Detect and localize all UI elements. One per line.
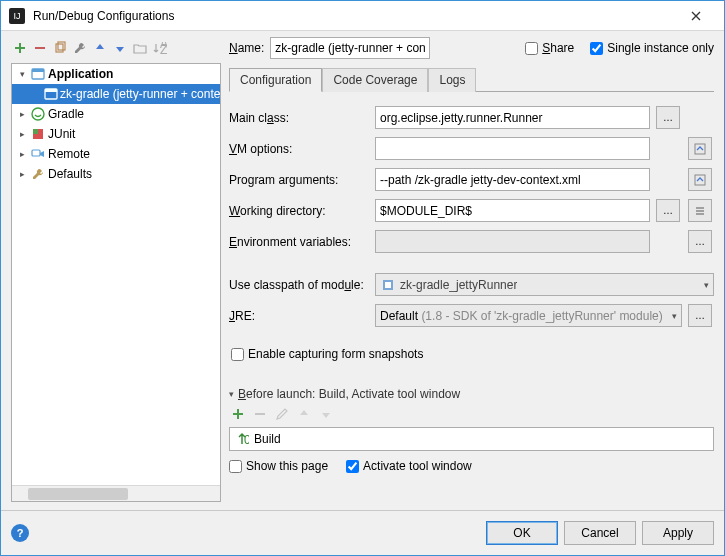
env-vars-input[interactable] [375,230,650,253]
name-row: Name: Share Single instance only [229,37,714,59]
share-checkbox-group[interactable]: Share [525,41,574,55]
move-down-button[interactable] [111,39,129,57]
tree-node-label: zk-gradle (jetty-runner + context) [60,87,220,101]
copy-icon [53,41,67,55]
add-config-button[interactable] [11,39,29,57]
dialog-footer: ? OK Cancel Apply [1,510,724,555]
tree-node-gradle[interactable]: ▸ Gradle [12,104,220,124]
expand-icon[interactable]: ▸ [16,169,28,179]
svg-rect-11 [32,150,40,156]
name-input[interactable] [270,37,430,59]
before-launch-header-label: Before launch: Build, Activate tool wind… [238,387,460,401]
single-instance-checkbox[interactable] [590,42,603,55]
sort-button[interactable]: AZ [151,39,169,57]
tab-configuration[interactable]: Configuration [229,68,322,92]
classpath-label: Use classpath of module: [229,278,369,292]
defaults-icon [30,166,46,182]
vm-options-input[interactable] [375,137,650,160]
tree-node-application[interactable]: ▾ Application [12,64,220,84]
enable-snapshots-group[interactable]: Enable capturing form snapshots [231,347,714,361]
apply-button[interactable]: Apply [642,521,714,545]
single-instance-checkbox-group[interactable]: Single instance only [590,41,714,55]
expand-icon[interactable]: ▸ [16,149,28,159]
bl-remove-button[interactable] [251,405,269,423]
classpath-select[interactable]: zk-gradle_jettyRunner ▾ [375,273,714,296]
svg-rect-10 [33,129,38,134]
junit-icon [30,126,46,142]
share-checkbox[interactable] [525,42,538,55]
activate-tool-window-group[interactable]: Activate tool window [346,459,472,473]
before-launch-list[interactable]: 01 Build [229,427,714,451]
plus-icon [13,41,27,55]
bl-down-button[interactable] [317,405,335,423]
config-form: Main class: … VM options: Program argume… [229,106,714,253]
edit-env-vars-button[interactable]: … [688,230,712,253]
bl-up-button[interactable] [295,405,313,423]
show-this-page-checkbox[interactable] [229,460,242,473]
titlebar: IJ Run/Debug Configurations [1,1,724,31]
tree-node-junit[interactable]: ▸ JUnit [12,124,220,144]
expand-icon[interactable]: ▸ [16,109,28,119]
expand-icon[interactable]: ▾ [16,69,28,79]
vm-options-label: VM options: [229,142,369,156]
save-config-button[interactable] [71,39,89,57]
tree-node-label: Gradle [48,107,84,121]
expand-icon[interactable]: ▸ [16,129,28,139]
build-icon: 01 [234,431,250,447]
close-button[interactable] [676,2,716,30]
bl-add-button[interactable] [229,405,247,423]
tab-code-coverage[interactable]: Code Coverage [322,68,428,92]
close-icon [691,11,701,21]
scrollbar-thumb[interactable] [28,488,128,500]
working-dir-input[interactable] [375,199,650,222]
cancel-button[interactable]: Cancel [564,521,636,545]
tree-node-remote[interactable]: ▸ Remote [12,144,220,164]
enable-snapshots-checkbox[interactable] [231,348,244,361]
main-class-input[interactable] [375,106,650,129]
gradle-icon [30,106,46,122]
browse-main-class-button[interactable]: … [656,106,680,129]
tree-node-defaults[interactable]: ▸ Defaults [12,164,220,184]
expand-vm-options-button[interactable] [688,137,712,160]
show-this-page-group[interactable]: Show this page [229,459,328,473]
help-button[interactable]: ? [11,524,29,542]
ok-button[interactable]: OK [486,521,558,545]
browse-working-dir-button[interactable]: … [656,199,680,222]
tree-node-selected[interactable]: zk-gradle (jetty-runner + context) [12,84,220,104]
remove-config-button[interactable] [31,39,49,57]
tab-logs[interactable]: Logs [428,68,476,92]
main-class-label: Main class: [229,111,369,125]
svg-rect-0 [56,44,63,52]
app-icon: IJ [9,8,25,24]
tree-h-scrollbar[interactable] [12,485,220,501]
jre-select[interactable]: Default (1.8 - SDK of 'zk-gradle_jettyRu… [375,304,682,327]
before-launch-header[interactable]: ▾ Before launch: Build, Activate tool wi… [229,387,714,401]
classpath-value: zk-gradle_jettyRunner [400,278,517,292]
svg-text:01: 01 [244,433,249,446]
jre-label: JRE: [229,309,369,323]
macro-working-dir-button[interactable] [688,199,712,222]
browse-jre-button[interactable]: … [688,304,712,327]
application-icon [30,66,46,82]
plus-icon [231,407,245,421]
arrow-down-icon [320,408,332,420]
list-icon [694,205,706,217]
chevron-down-icon: ▾ [672,311,677,321]
svg-rect-13 [695,175,705,185]
activate-tool-window-checkbox[interactable] [346,460,359,473]
svg-rect-5 [32,69,44,72]
show-this-page-label: Show this page [246,459,328,473]
arrow-down-icon [114,42,126,54]
program-args-input[interactable] [375,168,650,191]
main-split: ▾ Application zk-gradle (jetty-runner + … [11,63,714,502]
copy-config-button[interactable] [51,39,69,57]
svg-text:Z: Z [160,43,167,54]
expand-program-args-button[interactable] [688,168,712,191]
config-tree[interactable]: ▾ Application zk-gradle (jetty-runner + … [11,63,221,502]
folder-button[interactable] [131,39,149,57]
enable-snapshots-label: Enable capturing form snapshots [248,347,423,361]
move-up-button[interactable] [91,39,109,57]
bl-edit-button[interactable] [273,405,291,423]
tree-node-label: Remote [48,147,90,161]
expand-icon [694,143,706,155]
